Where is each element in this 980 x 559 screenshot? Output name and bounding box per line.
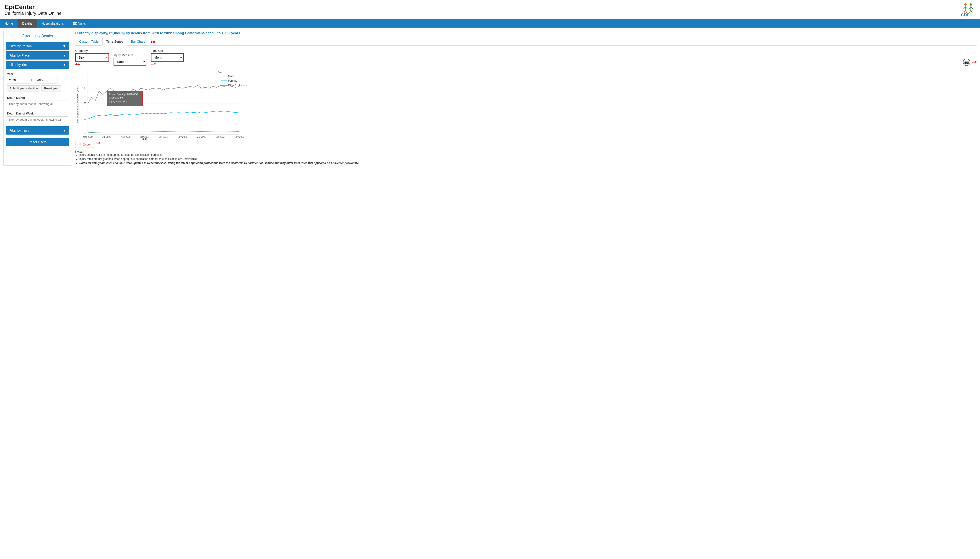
death-dow-section: Death Day of Week <box>4 109 72 125</box>
reset-year-btn[interactable]: Reset year <box>41 85 61 91</box>
filter-time-label: Filter by Time <box>9 63 28 66</box>
filter-place-btn[interactable]: Filter by Place ▼ <box>6 51 69 60</box>
filter-time-chevron: ▼ <box>63 63 66 66</box>
camera-area: 📷 4-E <box>963 59 977 66</box>
death-month-input[interactable] <box>7 101 68 107</box>
filter-injury-btn[interactable]: Filter by Injury ▼ <box>6 126 69 134</box>
svg-text:Nov 2021: Nov 2021 <box>178 136 187 138</box>
year-row: to <box>7 77 68 83</box>
chart-wrapper: Injuries per 100,000 person-years 25 50 … <box>75 68 977 142</box>
cdph-logo-svg: CDPH <box>961 2 975 17</box>
tab-bar: Custom Table Time Series Bar Chart 4-B <box>75 38 977 46</box>
excel-button[interactable]: ⬇ Excel <box>75 141 94 148</box>
note-3: Rates for data years 2020 and 2021 were … <box>79 162 977 165</box>
nav-hospitalizations[interactable]: Hospitalizations <box>37 19 68 28</box>
tab-custom-table[interactable]: Custom Table <box>75 38 102 45</box>
filter-place-label: Filter by Place <box>9 54 30 57</box>
filter-person-btn[interactable]: Filter by Person ▼ <box>6 42 69 50</box>
time-unit-select[interactable]: Month Year Quarter <box>152 54 183 61</box>
svg-point-0 <box>964 3 967 6</box>
controls-row: Group By Sex Age Group Race/Ethnicity 4-… <box>75 49 977 66</box>
submit-year-btn[interactable]: Submit year selection <box>7 85 40 91</box>
tab-bar-chart[interactable]: Bar Chart <box>127 38 148 45</box>
year-buttons: Submit year selection Reset year <box>7 85 68 91</box>
notes-title: Notes: <box>75 150 977 153</box>
legend-male-label: Male <box>228 74 234 78</box>
sidebar: Filter Injury Deaths Filter by Person ▼ … <box>3 31 72 165</box>
group-by-control: Group By Sex Age Group Race/Ethnicity 4-… <box>75 49 109 66</box>
svg-line-11 <box>971 10 972 13</box>
tooltip-group: Group: Male <box>109 96 123 99</box>
svg-text:50: 50 <box>84 118 86 120</box>
nav-deaths[interactable]: Deaths <box>18 19 37 28</box>
svg-text:CDPH: CDPH <box>961 13 972 17</box>
note-2: Injury rates are not graphed when approp… <box>79 157 977 160</box>
injury-measure-label: Injury Measure <box>114 53 146 57</box>
group-by-select[interactable]: Sex Age Group Race/Ethnicity <box>76 54 109 61</box>
group-by-label: Group By <box>75 49 109 53</box>
annotation-4a-box: Sex Age Group Race/Ethnicity <box>75 53 109 61</box>
svg-line-4 <box>964 10 965 13</box>
legend-female-label: Female <box>228 79 237 82</box>
year-separator: to <box>31 78 33 82</box>
svg-text:Jul 2021: Jul 2021 <box>159 136 168 138</box>
other-line <box>88 132 239 133</box>
svg-text:Jul 2020: Jul 2020 <box>102 136 111 138</box>
year-section: Year to Submit year selection Reset year <box>4 70 72 94</box>
svg-point-6 <box>970 3 972 6</box>
nav-ed-visits[interactable]: ED Visits <box>68 19 91 28</box>
svg-text:75: 75 <box>84 102 86 105</box>
injury-measure-control: Injury Measure Rate Count <box>114 53 146 66</box>
header-title: EpiCenter California Injury Data Online <box>5 3 61 16</box>
injury-measure-select[interactable]: Rate Count <box>114 58 146 65</box>
y-axis-label: Injuries per 100,000 person-years <box>76 86 79 123</box>
main-nav: Home Deaths Hospitalizations ED Visits <box>0 19 980 28</box>
year-to-input[interactable] <box>35 77 58 83</box>
reset-filters-btn[interactable]: Reset Filters <box>6 138 69 146</box>
legend-sex-title: Sex <box>218 71 223 74</box>
annotation-4c-box: Month Year Quarter <box>151 53 184 61</box>
year-from-input[interactable] <box>7 77 30 83</box>
death-dow-input[interactable] <box>7 116 68 123</box>
svg-text:Nov 2022: Nov 2022 <box>234 136 244 138</box>
app-subtitle: California Injury Data Online <box>5 11 61 16</box>
main-content: Filter Injury Deaths Filter by Person ▼ … <box>0 28 980 169</box>
annotation-4e: 4-E <box>972 61 977 64</box>
camera-button[interactable]: 📷 <box>963 59 970 66</box>
sidebar-title: Filter Injury Deaths <box>4 31 72 41</box>
app-title: EpiCenter <box>5 3 61 11</box>
tooltip-rate: Injury Rate: 88.1 <box>109 100 127 103</box>
content-area: Currently displaying 81,060 injury death… <box>75 31 977 165</box>
filter-time-btn[interactable]: Filter by Time ▼ <box>6 61 69 69</box>
cdph-logo: CDPH <box>961 2 975 17</box>
time-unit-label: Time Unit <box>151 49 184 53</box>
time-unit-control: Time Unit Month Year Quarter 4-C <box>151 49 184 66</box>
annotation-4d-label: 4-D <box>142 137 147 141</box>
svg-text:Mar 2020: Mar 2020 <box>83 136 93 138</box>
filter-person-label: Filter by Person <box>9 44 32 48</box>
filter-injury-chevron: ▼ <box>63 129 66 132</box>
note-1: Injury counts <11 are not graphed for da… <box>79 153 977 157</box>
tab-time-series[interactable]: Time Series <box>102 38 127 46</box>
svg-text:100: 100 <box>82 87 86 89</box>
info-bar: Currently displaying 81,060 injury death… <box>75 31 977 35</box>
nav-home[interactable]: Home <box>0 19 18 28</box>
year-label: Year <box>7 72 68 76</box>
excel-label: Excel <box>83 142 91 146</box>
svg-line-10 <box>970 10 971 13</box>
download-icon: ⬇ <box>79 142 81 146</box>
svg-text:Jul 2022: Jul 2022 <box>216 136 224 138</box>
annotation-injury-measure-box: Rate Count <box>114 58 146 66</box>
filter-place-chevron: ▼ <box>63 54 66 57</box>
annotation-4a: 4-A <box>75 63 109 66</box>
svg-text:Mar 2022: Mar 2022 <box>196 136 206 138</box>
svg-text:Nov 2020: Nov 2020 <box>121 136 130 138</box>
tooltip-period: Period Starting: 2020-05-01 <box>109 93 140 96</box>
svg-line-5 <box>965 10 967 13</box>
header: EpiCenter California Injury Data Online … <box>0 0 980 19</box>
legend-other-label: Other/Unknown <box>228 84 247 87</box>
notes-section: Notes: Injury counts <11 are not graphed… <box>75 150 977 165</box>
death-dow-label: Death Day of Week <box>7 112 68 115</box>
time-series-chart: Injuries per 100,000 person-years 25 50 … <box>75 68 253 141</box>
death-month-section: Death Month <box>4 94 72 109</box>
